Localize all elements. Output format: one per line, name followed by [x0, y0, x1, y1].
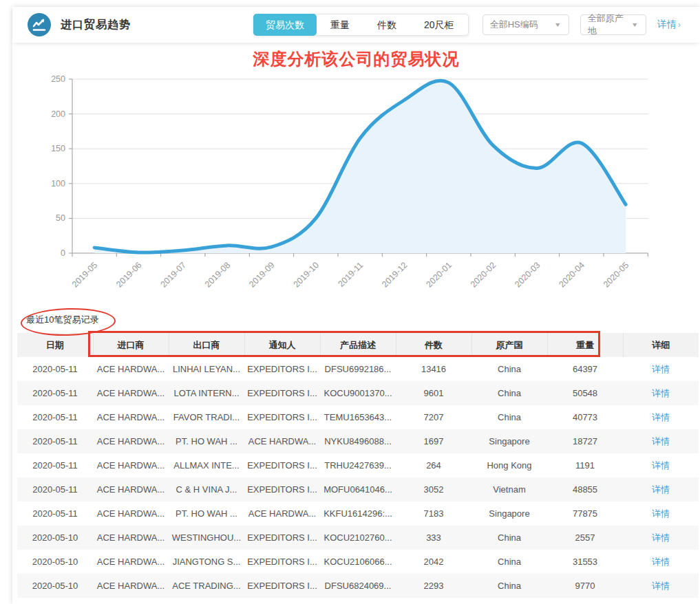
table-cell: EXPEDITORS I... [244, 574, 320, 598]
table-cell: ACE HARDWA... [93, 381, 169, 405]
table-cell: EXPEDITORS I... [244, 357, 320, 381]
column-header: 原产国 [471, 333, 547, 357]
table-cell: Hong Kong [471, 453, 547, 477]
table-cell: 31553 [547, 550, 623, 574]
metric-tabs: 贸易次数 重量 件数 20尺柜 [253, 14, 469, 36]
table-row: 2020-05-10ACE HARDWA...WESTINGHOU...EXPE… [17, 526, 699, 550]
svg-text:2019-05: 2019-05 [70, 260, 99, 289]
origin-select[interactable]: 全部原产地 ▼ [580, 14, 646, 35]
table-row: 2020-05-11ACE HARDWA...C & H VINA J...EX… [17, 477, 699, 501]
svg-text:0: 0 [61, 248, 65, 258]
svg-text:2019-10: 2019-10 [292, 260, 321, 289]
row-detail-link[interactable]: 详情 [652, 557, 670, 567]
table-cell: China [471, 381, 547, 405]
tab-weight[interactable]: 重量 [317, 14, 363, 35]
row-detail-link[interactable]: 详情 [652, 436, 670, 446]
table-cell: PT. HO WAH ... [169, 501, 244, 526]
table-cell: ACE HARDWA... [93, 574, 169, 598]
table-cell: 2020-05-11 [17, 381, 93, 405]
table-cell: EXPEDITORS I... [244, 526, 320, 550]
trend-chart-section: 深度分析该公司的贸易状况 0501001502002502019-052019-… [12, 43, 700, 303]
svg-text:200: 200 [51, 109, 65, 119]
svg-text:2019-09: 2019-09 [247, 260, 276, 289]
table-cell: ACE HARDWA... [93, 526, 169, 550]
title-wrap: 进口贸易趋势 [28, 13, 234, 36]
hs-code-select[interactable]: 全部HS编码 ▼ [482, 14, 569, 35]
row-detail-link[interactable]: 详情 [652, 388, 670, 398]
table-cell: ACE TRADING... [169, 574, 244, 598]
column-header: 出口商 [169, 333, 244, 357]
table-cell: KOCU9001370... [320, 381, 396, 405]
origin-select-value: 全部原产地 [588, 12, 626, 37]
column-header: 日期 [17, 333, 93, 357]
tab-20ft-container[interactable]: 20尺柜 [410, 14, 468, 35]
svg-text:2020-02: 2020-02 [469, 260, 498, 289]
import-trade-card: 进口贸易趋势 贸易次数 重量 件数 20尺柜 全部HS编码 ▼ 全部原产地 ▼ … [12, 7, 700, 604]
tab-quantity[interactable]: 件数 [363, 14, 410, 35]
table-row: 2020-05-11ACE HARDWA...PT. HO WAH ...ACE… [17, 501, 699, 526]
table-cell: 2020-05-11 [17, 429, 93, 453]
table-cell: 48855 [547, 477, 623, 501]
chart-annotation-title: 深度分析该公司的贸易状况 [12, 48, 700, 70]
row-detail-link[interactable]: 详情 [652, 508, 670, 519]
table-cell: China [471, 550, 547, 574]
tab-trade-count[interactable]: 贸易次数 [253, 14, 317, 36]
table-cell: ACE HARDWA... [244, 429, 320, 453]
table-cell: 2020-05-11 [17, 357, 93, 381]
row-detail-link[interactable]: 详情 [652, 412, 670, 422]
chevron-right-icon: › [678, 19, 681, 30]
table-cell: 9770 [547, 574, 623, 598]
table-cell: KOCU2106066... [320, 550, 396, 574]
svg-text:150: 150 [51, 144, 65, 153]
table-cell: 40773 [547, 405, 623, 429]
table-cell: 264 [396, 453, 471, 477]
table-cell: 3052 [396, 477, 471, 501]
row-detail-link[interactable]: 详情 [652, 581, 670, 591]
table-row: 2020-05-10ACE HARDWA...JIANGTONG S...EXP… [17, 550, 699, 574]
svg-text:2019-11: 2019-11 [337, 260, 365, 289]
table-cell: 18727 [547, 429, 623, 453]
table-row: 2020-05-11ACE HARDWA...FAVOR TRADI...EXP… [17, 405, 699, 429]
table-cell: WESTINGHOU... [169, 526, 244, 550]
page-title: 进口贸易趋势 [61, 18, 131, 32]
table-cell: EXPEDITORS I... [244, 550, 320, 574]
table-cell: LOTA INTERN... [169, 381, 244, 405]
column-header: 通知人 [244, 333, 320, 357]
table-cell: ALLMAX INTE... [169, 453, 244, 477]
column-header: 进口商 [93, 333, 169, 357]
table-cell: KKFU1614296:... [320, 501, 396, 526]
table-cell: 13416 [396, 357, 471, 381]
table-cell: 50548 [547, 381, 623, 405]
column-header: 产品描述 [320, 333, 396, 357]
trade-records-table: 日期进口商出口商通知人产品描述件数原产国重量详细 2020-05-11ACE H… [17, 333, 699, 598]
table-cell: China [471, 574, 547, 598]
table-cell: 2020-05-10 [17, 526, 93, 550]
table-cell: ACE HARDWA... [93, 429, 169, 453]
table-cell: DFSU6992186... [320, 357, 396, 381]
table-cell: 2557 [547, 526, 623, 550]
table-cell: EXPEDITORS I... [244, 453, 320, 477]
row-detail-link[interactable]: 详情 [652, 484, 670, 495]
header-detail-link[interactable]: 详情› [657, 19, 681, 31]
table-cell: TEMU1653643... [320, 405, 396, 429]
table-cell: Singapore [471, 501, 547, 526]
table-cell: Vietnam [471, 477, 547, 501]
table-cell: 2020-05-10 [17, 550, 93, 574]
row-detail-link[interactable]: 详情 [652, 460, 670, 471]
trend-area-chart: 0501001502002502019-052019-062019-072019… [12, 43, 700, 303]
table-cell: 2020-05-10 [17, 574, 93, 598]
table-cell: 333 [396, 526, 471, 550]
table-cell: China [471, 526, 547, 550]
table-cell: 7207 [396, 405, 471, 429]
column-header: 件数 [396, 333, 471, 357]
table-cell: 9601 [396, 381, 471, 405]
table-cell: China [471, 357, 547, 381]
row-detail-link[interactable]: 详情 [652, 532, 670, 543]
table-cell: EXPEDITORS I... [244, 477, 320, 501]
table-cell: 2042 [396, 550, 471, 574]
svg-text:2019-12: 2019-12 [380, 260, 409, 289]
table-cell: TRHU2427639... [320, 453, 396, 477]
svg-text:250: 250 [51, 74, 65, 84]
table-cell: 64397 [547, 357, 623, 381]
row-detail-link[interactable]: 详情 [652, 364, 670, 374]
